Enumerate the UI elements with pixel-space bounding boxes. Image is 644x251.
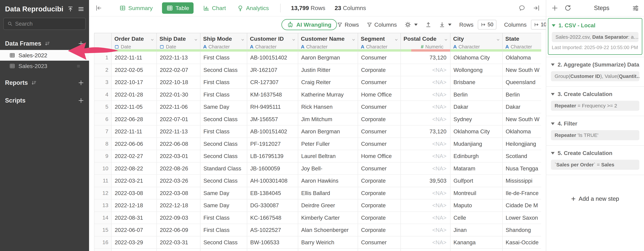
cell-postal-code[interactable]: <NA> xyxy=(401,212,450,224)
cell-state[interactable]: Scotland xyxy=(502,150,541,162)
cell-ship-mode[interactable]: Second Class xyxy=(200,138,247,150)
cell-postal-code[interactable]: <NA> xyxy=(401,138,450,150)
step-summary-pill[interactable]: Sales-2022.csv, Data Separator: a… xyxy=(552,32,638,42)
cell-segment[interactable]: Corporate xyxy=(358,113,401,125)
cell-ship-mode[interactable]: Second Class xyxy=(200,175,247,187)
cell-order-date[interactable]: 2022-03-21 xyxy=(112,175,157,187)
cell-ship-date[interactable]: 2022-08-26 xyxy=(157,163,200,175)
refresh-icon[interactable] xyxy=(564,4,572,11)
cell-state[interactable]: Nusa Tengga xyxy=(502,163,541,175)
step-summary-pill[interactable]: Repeater 'Is TRUE' xyxy=(551,130,639,140)
cell-city[interactable]: Jinan xyxy=(450,224,502,236)
cell-customer-name[interactable]: Deirdre Greer xyxy=(298,199,358,212)
cell-customer-name[interactable]: Craig Reiter xyxy=(298,76,358,88)
ai-wrangling-button[interactable]: AI Wrangling xyxy=(282,19,337,30)
tab-summary[interactable]: Summary xyxy=(118,2,154,14)
cell-customer-id[interactable]: KC-1667548 xyxy=(247,212,298,224)
chevron-down-icon[interactable] xyxy=(240,37,245,42)
cell-customer-name[interactable]: Aaron Bergman xyxy=(298,126,358,138)
cell-postal-code[interactable]: <NA> xyxy=(401,64,450,76)
cell-customer-id[interactable]: PF-1912027 xyxy=(247,138,298,150)
step-title[interactable]: 2. Aggregate (Summarize) Data xyxy=(551,61,639,68)
cell-segment[interactable]: Corporate xyxy=(358,64,401,76)
drag-handle-icon[interactable] xyxy=(76,63,81,68)
cell-customer-id[interactable]: CR-127307 xyxy=(247,76,298,88)
cell-ship-date[interactable]: 2022-01-30 xyxy=(157,89,200,101)
step-title[interactable]: 1. CSV - Local xyxy=(552,22,638,29)
cell-city[interactable]: Mataram xyxy=(450,163,502,175)
cell-segment[interactable]: Corporate xyxy=(358,224,401,236)
pagination-rows-input[interactable]: 50 xyxy=(478,20,496,29)
cell-customer-id[interactable]: JR-162107 xyxy=(247,64,298,76)
sliders-icon[interactable] xyxy=(632,4,639,12)
add-icon[interactable] xyxy=(78,40,84,47)
cell-customer-id[interactable]: AB-100151402 xyxy=(247,52,298,64)
cell-city[interactable]: Gulfport xyxy=(450,175,502,187)
step-title[interactable]: 5. Create Calculation xyxy=(551,150,639,156)
cell-state[interactable]: Cidade De M xyxy=(502,199,541,212)
cell-ship-mode[interactable]: Second Class xyxy=(200,150,247,162)
cell-order-date[interactable]: 2022-06-06 xyxy=(112,138,157,150)
cell-ship-mode[interactable]: First Class xyxy=(200,89,247,101)
step-title[interactable]: 3. Create Calculation xyxy=(551,91,639,97)
cell-state[interactable]: Berlin xyxy=(502,89,541,101)
cell-customer-name[interactable]: Rick Hansen xyxy=(298,101,358,113)
cell-state[interactable]: Dakar xyxy=(502,101,541,113)
cell-postal-code[interactable]: <NA> xyxy=(401,101,450,113)
collapse-sidebar-icon[interactable] xyxy=(95,4,102,11)
tab-chart[interactable]: Chart xyxy=(201,2,228,14)
cell-customer-name[interactable]: Peter Fuller xyxy=(298,138,358,150)
cell-segment[interactable]: Consumer xyxy=(358,138,401,150)
cell-customer-id[interactable]: JB-1600059 xyxy=(247,163,298,175)
cell-city[interactable]: Oklahoma City xyxy=(450,52,502,64)
cell-postal-code[interactable]: <NA> xyxy=(401,224,450,236)
cell-customer-name[interactable]: Aaron Bergman xyxy=(298,52,358,64)
cell-ship-mode[interactable]: Same Day xyxy=(200,101,247,113)
step-summary-pill[interactable]: Group(Customer ID), Value(Quantit… xyxy=(551,71,639,81)
sort-icon[interactable] xyxy=(31,80,36,85)
chevron-down-icon[interactable] xyxy=(194,37,198,42)
cell-order-date[interactable]: 2022-10-17 xyxy=(112,76,157,88)
cell-order-date[interactable]: 2022-08-31 xyxy=(112,212,157,224)
cell-city[interactable]: Oklahoma City xyxy=(450,126,502,138)
cell-ship-date[interactable]: 2022-03-31 xyxy=(157,237,200,249)
cell-state[interactable]: Oklahoma xyxy=(502,52,541,64)
cell-order-date[interactable]: 2022-11-05 xyxy=(112,101,157,113)
cell-ship-mode[interactable]: Second Class xyxy=(200,113,247,125)
cell-state[interactable]: New South W xyxy=(502,64,541,76)
column-header-segment[interactable]: SegmentACharacter xyxy=(358,33,401,52)
column-header-order-date[interactable]: Order DateDate xyxy=(112,33,157,52)
cell-customer-id[interactable]: AH-100301408 xyxy=(247,175,298,187)
cell-city[interactable]: Maputo xyxy=(450,199,502,212)
column-header-city[interactable]: CityACharacter xyxy=(450,33,502,52)
publish-icon[interactable] xyxy=(67,6,74,12)
chevron-down-icon[interactable] xyxy=(444,37,448,42)
filter-columns-button[interactable]: Columns xyxy=(366,21,397,28)
cell-city[interactable]: Celle xyxy=(450,212,502,224)
cell-state[interactable]: Ile-de-France xyxy=(502,187,541,199)
cell-customer-name[interactable]: Ellis Ballard xyxy=(298,187,358,199)
cell-customer-name[interactable]: Kimberly Carter xyxy=(298,212,358,224)
comment-icon[interactable] xyxy=(518,4,526,11)
step-summary-pill[interactable]: `Sales per Order` = Sales xyxy=(551,160,639,170)
column-header-customer-name[interactable]: Customer NameACharacter xyxy=(298,33,358,52)
cell-ship-date[interactable]: 2022-11-13 xyxy=(157,126,200,138)
cell-ship-mode[interactable]: First Class xyxy=(200,126,247,138)
cell-ship-date[interactable]: 2022-12-18 xyxy=(157,199,200,212)
cell-state[interactable]: New South W xyxy=(502,113,541,125)
cell-ship-mode[interactable]: First Class xyxy=(200,224,247,236)
cell-state[interactable]: Lower Saxon xyxy=(502,212,541,224)
menu-icon[interactable] xyxy=(78,6,84,12)
cell-customer-id[interactable]: LB-16795139 xyxy=(247,150,298,162)
cell-postal-code[interactable]: 73,120 xyxy=(401,126,450,138)
chevron-down-icon[interactable] xyxy=(394,37,398,42)
cell-customer-name[interactable]: Justin Ritter xyxy=(298,64,358,76)
cell-ship-mode[interactable]: Standard Class xyxy=(200,163,247,175)
cell-segment[interactable]: Consumer xyxy=(358,52,401,64)
cell-order-date[interactable]: 2022-02-27 xyxy=(112,150,157,162)
download-button[interactable] xyxy=(439,22,452,28)
cell-segment[interactable]: Consumer xyxy=(358,163,401,175)
cell-ship-date[interactable]: 2022-10-18 xyxy=(157,76,200,88)
cell-ship-date[interactable]: 2022-11-06 xyxy=(157,101,200,113)
add-step-icon[interactable] xyxy=(551,4,558,11)
